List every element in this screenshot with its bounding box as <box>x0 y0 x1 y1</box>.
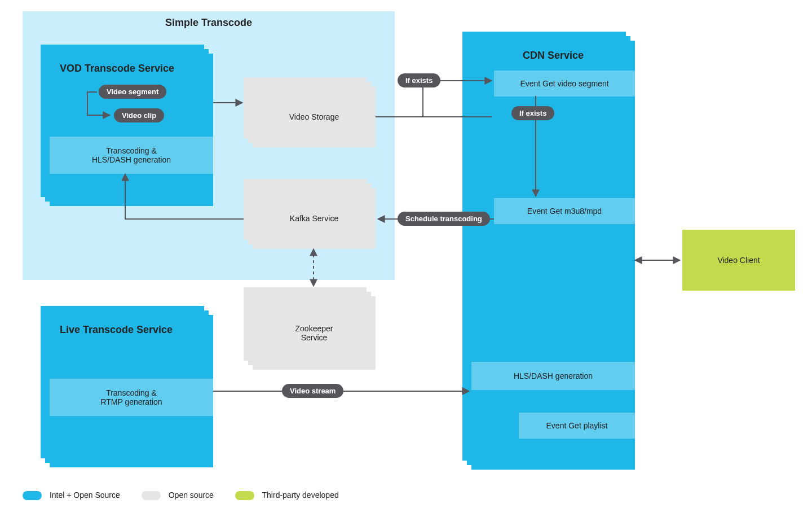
legend-open: Open source <box>142 491 214 500</box>
pill-if-exists-1: If exists <box>398 73 440 87</box>
legend-open-label: Open source <box>169 491 214 500</box>
cdn-service: CDN Service Event Get video segment Even… <box>471 41 635 470</box>
pill-if-exists-2: If exists <box>511 106 554 120</box>
live-task: Transcoding & RTMP generation <box>50 380 213 414</box>
pill-schedule-transcoding: Schedule transcoding <box>398 212 490 226</box>
vod-transcode-service: VOD Transcode Service Transcoding & HLS/… <box>50 54 213 206</box>
legend-third-label: Third-party developed <box>262 491 339 500</box>
zookeeper-service: Zookeeper Service <box>253 296 376 370</box>
legend-third: Third-party developed <box>235 491 339 500</box>
legend: Intel + Open Source Open source Third-pa… <box>23 491 339 500</box>
legend-intel-swatch <box>23 491 42 500</box>
kafka-service: Kafka Service <box>253 188 376 249</box>
cdn-event-get-m3u8: Event Get m3u8/mpd <box>494 199 635 224</box>
cdn-event-get-playlist: Event Get playlist <box>519 413 635 438</box>
cdn-event-get-segment: Event Get video segment <box>494 71 635 96</box>
live-transcode-service: Live Transcode Service Transcoding & RTM… <box>50 315 213 467</box>
legend-intel: Intel + Open Source <box>23 491 120 500</box>
vod-title: VOD Transcode Service <box>50 54 213 84</box>
live-title: Live Transcode Service <box>50 315 213 345</box>
region-title: Simple Transcode <box>23 11 395 29</box>
pill-video-clip: Video clip <box>114 108 164 122</box>
legend-third-swatch <box>235 491 254 500</box>
legend-open-swatch <box>142 491 161 500</box>
cdn-hls-dash: HLS/DASH generation <box>471 364 635 388</box>
zookeeper-service-label: Zookeeper Service <box>295 324 333 342</box>
kafka-service-label: Kafka Service <box>290 214 338 223</box>
cdn-title: CDN Service <box>471 41 635 71</box>
pill-video-segment: Video segment <box>99 85 166 99</box>
video-storage: Video Storage <box>253 86 376 147</box>
pill-video-stream: Video stream <box>282 384 343 398</box>
video-client: Video Client <box>682 230 795 291</box>
video-client-label: Video Client <box>717 256 760 265</box>
vod-task: Transcoding & HLS/DASH generation <box>50 138 213 172</box>
legend-intel-label: Intel + Open Source <box>50 491 120 500</box>
video-storage-label: Video Storage <box>289 112 339 121</box>
